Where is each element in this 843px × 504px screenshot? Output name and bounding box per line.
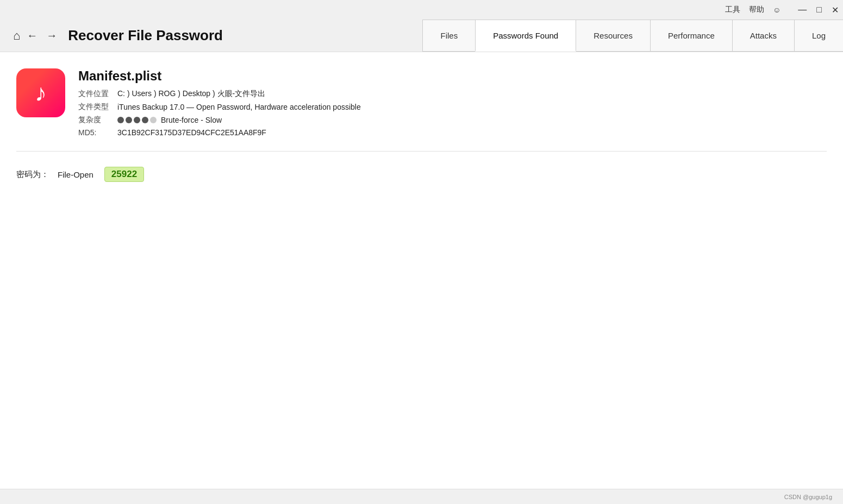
password-label: 密码为： [16, 169, 49, 180]
header-row: ⌂ ← → Recover File Password Files Passwo… [0, 20, 843, 52]
forward-button[interactable]: → [44, 27, 59, 44]
titlebar: 工具 帮助 ☺ — □ ✕ [0, 0, 843, 20]
complexity-label: 复杂度 [78, 115, 117, 125]
back-button[interactable]: ← [24, 27, 40, 44]
md5-row: MD5: 3C1B92CF3175D37ED94CFC2E51AA8F9F [78, 128, 827, 137]
file-info: Manifest.plist 文件位置 C: ) Users ) ROG ) D… [78, 68, 827, 140]
complexity-dots [117, 117, 157, 123]
home-button[interactable]: ⌂ [13, 29, 20, 43]
close-button[interactable]: ✕ [832, 5, 839, 15]
tab-log[interactable]: Log [794, 20, 843, 52]
tools-menu[interactable]: 工具 [725, 5, 740, 15]
type-label: 文件类型 [78, 102, 117, 112]
tab-attacks[interactable]: Attacks [732, 20, 795, 52]
tab-bar: Files Passwords Found Resources Performa… [422, 20, 843, 52]
tab-passwords-found[interactable]: Passwords Found [475, 20, 576, 52]
location-row: 文件位置 C: ) Users ) ROG ) Desktop ) 火眼-文件导… [78, 89, 827, 99]
app-title: Recover File Password [68, 27, 223, 44]
md5-value: 3C1B92CF3175D37ED94CFC2E51AA8F9F [117, 128, 266, 137]
file-card: ♪ Manifest.plist 文件位置 C: ) Users ) ROG )… [16, 68, 827, 152]
md5-label: MD5: [78, 128, 117, 137]
window-controls: — □ ✕ [798, 5, 839, 15]
file-name: Manifest.plist [78, 68, 827, 84]
file-icon: ♪ [16, 68, 65, 117]
password-value: 25922 [104, 167, 144, 182]
minimize-button[interactable]: — [798, 5, 807, 15]
footer: CSDN @gugup1g [0, 489, 843, 504]
music-note-icon: ♪ [35, 79, 47, 106]
main-content: ♪ Manifest.plist 文件位置 C: ) Users ) ROG )… [0, 52, 843, 489]
maximize-button[interactable]: □ [816, 5, 822, 15]
dot-2 [126, 117, 132, 123]
emoji-icon[interactable]: ☺ [773, 5, 780, 14]
complexity-row: 复杂度 Brute-force - Slow [78, 115, 827, 125]
dot-4 [142, 117, 148, 123]
nav-buttons: ← → [24, 27, 59, 44]
titlebar-controls: 工具 帮助 ☺ — □ ✕ [725, 5, 839, 15]
footer-credit: CSDN @gugup1g [784, 494, 832, 500]
dot-1 [117, 117, 124, 123]
dot-5 [150, 117, 157, 123]
help-menu[interactable]: 帮助 [749, 5, 764, 15]
dot-3 [134, 117, 140, 123]
complexity-text: Brute-force - Slow [161, 116, 222, 124]
tab-files[interactable]: Files [422, 20, 476, 52]
location-label: 文件位置 [78, 89, 117, 99]
type-value: iTunes Backup 17.0 — Open Password, Hard… [117, 103, 361, 111]
tab-performance[interactable]: Performance [650, 20, 733, 52]
tab-resources[interactable]: Resources [576, 20, 651, 52]
password-type: File-Open [58, 170, 93, 179]
password-result-row: 密码为： File-Open 25922 [16, 165, 827, 182]
type-row: 文件类型 iTunes Backup 17.0 — Open Password,… [78, 102, 827, 112]
location-value: C: ) Users ) ROG ) Desktop ) 火眼-文件导出 [117, 89, 265, 99]
